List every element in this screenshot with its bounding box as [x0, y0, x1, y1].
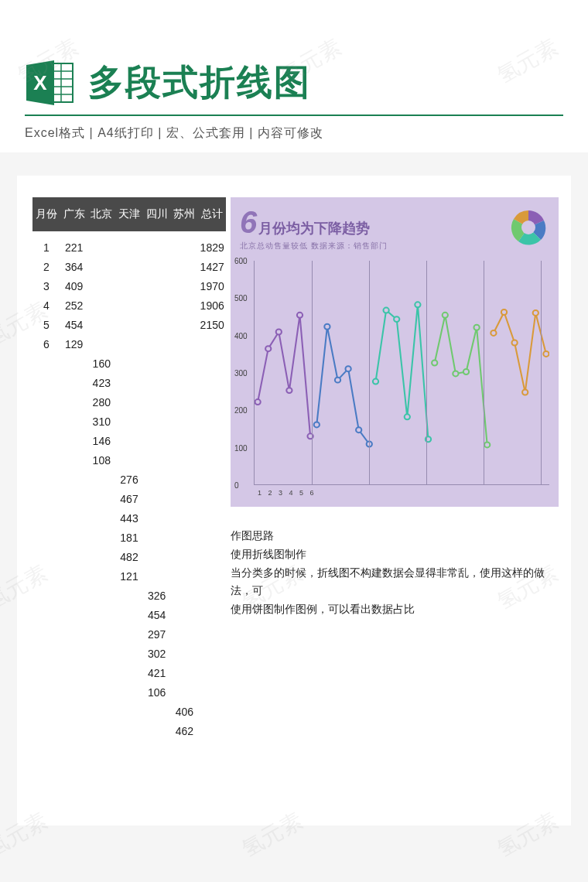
table-row: 276: [32, 470, 226, 489]
table-header-row: 月份 广东 北京 天津 四川 苏州 总计: [32, 197, 226, 231]
note-line: 当分类多的时候，折线图不构建数据会显得非常乱，使用这样的做法，可: [231, 564, 559, 601]
table-row: 454: [32, 605, 226, 624]
svg-point-24: [394, 316, 399, 322]
chart-title-text: 月份均为下降趋势: [258, 219, 370, 238]
content-area: 月份 广东 北京 天津 四川 苏州 总计 1221182923641427340…: [17, 176, 571, 826]
svg-point-13: [286, 388, 292, 393]
svg-point-10: [255, 399, 261, 405]
svg-point-34: [491, 330, 496, 336]
note-line: 使用折线图制作: [231, 545, 559, 564]
note-line: 使用饼图制作图例，可以看出数据占比: [231, 600, 559, 619]
table-row: 423: [32, 373, 226, 392]
chart-svg: [255, 261, 549, 484]
table-row: 421: [32, 663, 226, 682]
y-tick: 400: [234, 331, 248, 340]
svg-point-11: [265, 346, 271, 351]
svg-point-18: [335, 378, 340, 383]
chart-panel: 6 月份均为下降趋势 北京总动售量较低 数据来源：销售部门 1 2 3 4 5: [226, 197, 571, 802]
x-axis-labels: 1 2 3 4 5 6: [258, 489, 316, 497]
svg-point-30: [453, 371, 458, 376]
svg-point-22: [373, 379, 378, 385]
svg-point-33: [484, 442, 490, 447]
chart-subtitle: 北京总动售量较低 数据来源：销售部门: [240, 241, 388, 251]
chart-title-big: 6: [240, 207, 257, 238]
y-tick: 500: [234, 294, 248, 303]
header-meta: Excel格式 | A4纸打印 | 宏、公式套用 | 内容可修改: [25, 125, 563, 142]
table-row: 297: [32, 624, 226, 644]
col-month: 月份: [32, 207, 60, 221]
svg-point-29: [443, 313, 448, 318]
table-row: 406: [32, 702, 226, 721]
svg-point-26: [415, 302, 420, 307]
y-tick: 100: [234, 443, 248, 452]
svg-point-23: [384, 308, 389, 313]
y-tick: 300: [234, 369, 248, 378]
table-row: 121: [32, 566, 226, 586]
table-row: 280: [32, 392, 226, 412]
svg-point-39: [543, 351, 549, 357]
table-row: 34091970: [32, 276, 226, 296]
y-tick: 200: [234, 406, 248, 415]
y-tick: 0: [234, 481, 239, 490]
notes-block: 作图思路 使用折线图制作 当分类多的时候，折线图不构建数据会显得非常乱，使用这样…: [231, 527, 559, 619]
svg-point-12: [276, 330, 282, 335]
svg-point-17: [324, 324, 330, 330]
col-gd: 广东: [60, 207, 88, 221]
chart-box: 6 月份均为下降趋势 北京总动售量较低 数据来源：销售部门 1 2 3 4 5: [231, 197, 559, 507]
table-row: 42521906: [32, 296, 226, 315]
col-total: 总计: [198, 207, 226, 221]
table-row: 54542150: [32, 315, 226, 334]
page-title: 多段式折线图: [88, 59, 311, 107]
table-row: 146: [32, 431, 226, 450]
col-sz: 苏州: [171, 207, 199, 221]
chart-title: 6 月份均为下降趋势: [240, 207, 388, 238]
svg-point-9: [521, 220, 535, 234]
svg-point-38: [533, 310, 538, 316]
table-row: 106: [32, 682, 226, 702]
table-row: 443: [32, 508, 226, 528]
table-row: 6129: [32, 334, 226, 354]
table-row: 326: [32, 586, 226, 605]
svg-point-36: [511, 340, 517, 345]
svg-point-25: [405, 414, 410, 419]
svg-point-20: [356, 427, 361, 432]
y-tick: 600: [234, 257, 248, 265]
svg-point-19: [345, 366, 350, 371]
table-row: 181: [32, 528, 226, 547]
data-table: 月份 广东 北京 天津 四川 苏州 总计 1221182923641427340…: [17, 197, 226, 802]
table-row: 462: [32, 721, 226, 740]
pie-legend-icon: [508, 207, 549, 248]
table-row: 23641427: [32, 257, 226, 276]
excel-icon: X: [25, 59, 76, 107]
svg-point-32: [473, 325, 479, 330]
svg-text:X: X: [33, 71, 47, 94]
table-row: 467: [32, 489, 226, 508]
col-tj: 天津: [115, 207, 143, 221]
svg-point-14: [297, 313, 303, 318]
svg-point-31: [463, 369, 469, 374]
table-row: 482: [32, 547, 226, 566]
col-sc: 四川: [143, 207, 171, 221]
table-row: 302: [32, 644, 226, 663]
table-row: 160: [32, 354, 226, 373]
table-row: 310: [32, 412, 226, 431]
note-line: 作图思路: [231, 527, 559, 545]
svg-point-35: [501, 309, 507, 315]
table-row: 108: [32, 450, 226, 470]
table-body: 1221182923641427340919704252190654542150…: [32, 231, 226, 740]
svg-point-37: [522, 390, 528, 395]
col-bj: 北京: [87, 207, 115, 221]
template-header: X 多段式折线图 Excel格式 | A4纸打印 | 宏、公式套用 | 内容可修…: [0, 0, 588, 152]
plot-area: 1 2 3 4 5 6 0100200300400500600: [254, 261, 549, 485]
svg-point-16: [314, 422, 320, 427]
svg-point-28: [432, 360, 437, 365]
table-row: 12211829: [32, 238, 226, 257]
